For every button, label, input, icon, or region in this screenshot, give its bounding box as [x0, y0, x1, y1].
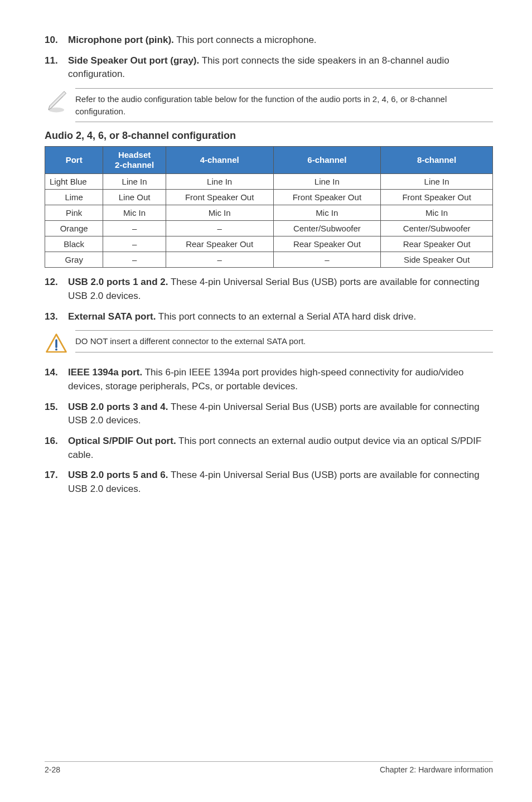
cell: Rear Speaker Out [166, 236, 273, 252]
note-text: DO NOT insert a different connector to t… [75, 330, 493, 352]
list-item-12: 12. USB 2.0 ports 1 and 2. These 4-pin U… [45, 276, 493, 303]
item-number: 15. [45, 400, 68, 428]
table-row: Light Blue Line In Line In Line In Line … [45, 174, 493, 190]
table-row: Gray – – – Side Speaker Out [45, 252, 493, 268]
cell: Rear Speaker Out [273, 236, 381, 252]
chapter-label: Chapter 2: Hardware information [380, 765, 493, 774]
item-title: Optical S/PDIF Out port. [68, 436, 176, 446]
svg-point-5 [55, 349, 57, 351]
item-body: IEEE 1394a port. This 6-pin IEEE 1394a p… [68, 366, 493, 393]
col-2ch-label: Headset2-channel [115, 150, 154, 170]
item-body: USB 2.0 ports 1 and 2. These 4-pin Unive… [68, 276, 493, 303]
list-item-13: 13. External SATA port. This port connec… [45, 310, 493, 324]
list-item-15: 15. USB 2.0 ports 3 and 4. These 4-pin U… [45, 400, 493, 428]
cell: – [103, 236, 166, 252]
pencil-icon [45, 88, 75, 116]
cell: Gray [45, 252, 103, 268]
item-body: USB 2.0 ports 5 and 6. These 4-pin Unive… [68, 468, 493, 496]
cell: Line Out [103, 190, 166, 205]
cell: Black [45, 236, 103, 252]
cell: Light Blue [45, 174, 103, 190]
audio-config-table: Port Headset2-channel 4-channel 6-channe… [45, 146, 493, 268]
cell: Center/Subwoofer [381, 221, 493, 236]
item-title: Side Speaker Out port (gray). [68, 55, 199, 66]
cell: Front Speaker Out [381, 190, 493, 205]
cell: Front Speaker Out [273, 190, 381, 205]
item-number: 12. [45, 276, 68, 303]
table-row: Pink Mic In Mic In Mic In Mic In [45, 205, 493, 221]
cell: – [273, 252, 381, 268]
cell: Mic In [273, 205, 381, 221]
item-title: USB 2.0 ports 1 and 2. [68, 277, 168, 287]
table-header-row: Port Headset2-channel 4-channel 6-channe… [45, 147, 493, 174]
cell: – [103, 221, 166, 236]
page-footer: 2-28 Chapter 2: Hardware information [45, 761, 493, 774]
item-title: USB 2.0 ports 5 and 6. [68, 470, 168, 480]
item-body: USB 2.0 ports 3 and 4. These 4-pin Unive… [68, 400, 493, 428]
item-body: External SATA port. This port connects t… [68, 310, 493, 324]
cell: Rear Speaker Out [381, 236, 493, 252]
list-item-10: 10. Microphone port (pink). This port co… [45, 33, 493, 47]
cell: Side Speaker Out [381, 252, 493, 268]
table-row: Orange – – Center/Subwoofer Center/Subwo… [45, 221, 493, 236]
cell: Center/Subwoofer [273, 221, 381, 236]
item-number: 11. [45, 54, 68, 81]
table-row: Lime Line Out Front Speaker Out Front Sp… [45, 190, 493, 205]
list-item-14: 14. IEEE 1394a port. This 6-pin IEEE 139… [45, 366, 493, 393]
item-title: IEEE 1394a port. [68, 367, 142, 378]
cell: Front Speaker Out [166, 190, 273, 205]
cell: Pink [45, 205, 103, 221]
cell: Mic In [381, 205, 493, 221]
svg-marker-1 [49, 91, 66, 110]
item-title: External SATA port. [68, 311, 156, 322]
cell: Line In [103, 174, 166, 190]
cell: Orange [45, 221, 103, 236]
col-4ch: 4-channel [166, 147, 273, 174]
note-text: Refer to the audio configuration table b… [75, 88, 493, 123]
cell: Lime [45, 190, 103, 205]
list-item-11: 11. Side Speaker Out port (gray). This p… [45, 54, 493, 81]
item-number: 17. [45, 468, 68, 496]
item-body: Optical S/PDIF Out port. This port conne… [68, 434, 493, 462]
item-title: USB 2.0 ports 3 and 4. [68, 402, 168, 412]
item-number: 13. [45, 310, 68, 324]
item-title: Microphone port (pink). [68, 35, 174, 45]
item-body: Side Speaker Out port (gray). This port … [68, 54, 493, 81]
note-caution: DO NOT insert a different connector to t… [45, 330, 493, 358]
item-desc: This port connects to an external a Seri… [156, 311, 416, 322]
cell: Line In [166, 174, 273, 190]
item-desc: This port connects a microphone. [174, 35, 317, 45]
col-2ch: Headset2-channel [103, 147, 166, 174]
item-number: 16. [45, 434, 68, 462]
cell: Line In [381, 174, 493, 190]
list-item-16: 16. Optical S/PDIF Out port. This port c… [45, 434, 493, 462]
cell: – [166, 252, 273, 268]
item-number: 14. [45, 366, 68, 393]
col-8ch: 8-channel [381, 147, 493, 174]
col-port: Port [45, 147, 103, 174]
warning-icon [45, 330, 75, 358]
cell: – [103, 252, 166, 268]
list-item-17: 17. USB 2.0 ports 5 and 6. These 4-pin U… [45, 468, 493, 496]
cell: Mic In [103, 205, 166, 221]
page-number: 2-28 [45, 765, 60, 774]
item-number: 10. [45, 33, 68, 47]
col-6ch: 6-channel [273, 147, 381, 174]
cell: – [166, 221, 273, 236]
item-body: Microphone port (pink). This port connec… [68, 33, 493, 47]
cell: Line In [273, 174, 381, 190]
table-row: Black – Rear Speaker Out Rear Speaker Ou… [45, 236, 493, 252]
cell: Mic In [166, 205, 273, 221]
note-info: Refer to the audio configuration table b… [45, 88, 493, 123]
table-heading: Audio 2, 4, 6, or 8-channel configuratio… [45, 130, 493, 142]
